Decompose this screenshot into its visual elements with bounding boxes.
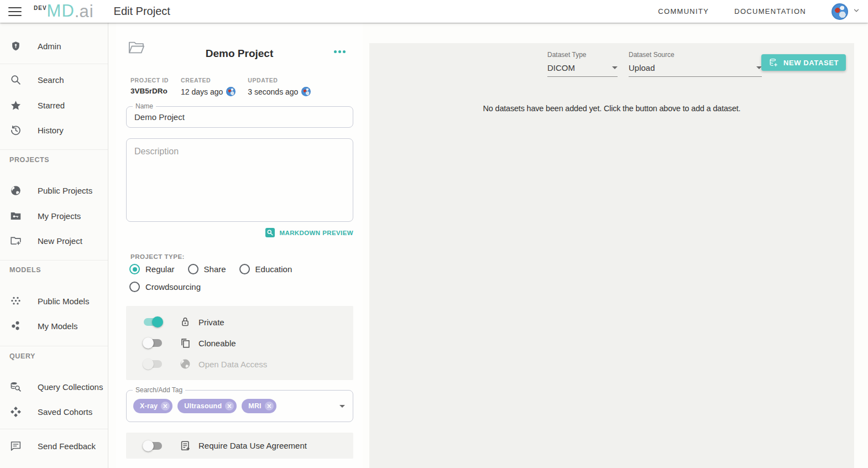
globe-outline-icon <box>179 357 192 371</box>
logo-ai: ai <box>79 3 93 20</box>
new-dataset-button[interactable]: NEW DATASET <box>761 54 846 71</box>
name-input[interactable] <box>127 107 353 127</box>
empty-datasets-message: No datasets have been added yet. Click t… <box>369 104 854 113</box>
radio-icon <box>239 264 250 274</box>
description-input[interactable] <box>127 139 353 221</box>
sidebar-item-new-project[interactable]: New Project <box>0 233 108 248</box>
user-avatar[interactable] <box>832 3 848 20</box>
updated-block: UPDATED 3 seconds ago <box>248 77 311 96</box>
description-field <box>126 138 353 222</box>
remove-tag-icon[interactable] <box>225 402 234 410</box>
tag-xray[interactable]: X-ray <box>133 399 172 413</box>
dropdown-caret-icon <box>612 66 618 69</box>
chevron-down-icon[interactable] <box>853 7 860 17</box>
sidebar-item-my-projects[interactable]: My Projects <box>0 209 108 223</box>
globe-icon <box>9 184 22 196</box>
star-icon <box>9 99 22 111</box>
project-meta: PROJECT ID 3VB5rDRo CREATED 12 days ago … <box>130 77 323 96</box>
radio-regular[interactable]: Regular <box>129 264 175 274</box>
cloneable-toggle-row: Cloneable <box>126 332 353 353</box>
sidebar-divider <box>0 64 108 64</box>
documentation-link[interactable]: DOCUMENTATION <box>734 7 806 15</box>
open-data-access-toggle[interactable] <box>143 360 163 368</box>
folder-plus-icon <box>9 235 22 247</box>
markdown-preview-button[interactable]: MARKDOWN PREVIEW <box>265 228 353 237</box>
database-search-icon <box>9 381 22 393</box>
cloneable-toggle[interactable] <box>143 339 163 347</box>
updater-avatar[interactable] <box>301 87 311 96</box>
radio-education[interactable]: Education <box>239 264 292 274</box>
dataset-source-select: Dataset Source Upload <box>629 51 762 77</box>
creator-avatar[interactable] <box>226 87 236 96</box>
feedback-icon <box>9 440 22 452</box>
sidebar-item-history[interactable]: History <box>0 123 108 137</box>
sidebar: Admin Search Starred History PROJECTS Pu… <box>0 23 108 468</box>
copy-icon <box>179 336 192 350</box>
dua-toggle-row: Require Data Use Agreement <box>126 435 353 456</box>
sidebar-item-my-models[interactable]: My Models <box>0 319 108 333</box>
page-title: Edit Project <box>114 5 170 18</box>
created-block: CREATED 12 days ago <box>181 77 236 96</box>
community-link[interactable]: COMMUNITY <box>658 7 709 15</box>
remove-tag-icon[interactable] <box>265 402 274 410</box>
dots-cluster-icon <box>9 295 22 307</box>
private-toggle[interactable] <box>143 318 163 326</box>
sidebar-item-starred[interactable]: Starred <box>0 98 108 112</box>
shield-key-icon <box>9 40 22 52</box>
sidebar-divider <box>0 429 108 429</box>
radio-icon <box>129 264 140 274</box>
more-options-icon[interactable] <box>334 50 346 53</box>
radio-share[interactable]: Share <box>188 264 226 274</box>
updated-value: 3 seconds ago <box>248 87 298 96</box>
database-add-icon <box>768 58 779 68</box>
sidebar-item-send-feedback[interactable]: Send Feedback <box>0 439 108 453</box>
history-icon <box>9 124 22 136</box>
tag-field[interactable]: Search/Add Tag X-ray Ultrasound MRI <box>126 390 353 422</box>
radio-crowdsourcing[interactable]: Crowdsourcing <box>129 282 201 292</box>
tag-mri[interactable]: MRI <box>242 399 276 413</box>
tag-dropdown-caret-icon[interactable] <box>339 405 345 408</box>
env-label: DEV <box>34 5 47 11</box>
lock-icon <box>179 315 192 329</box>
radio-icon <box>129 282 140 292</box>
sidebar-divider <box>0 346 108 346</box>
document-add-icon <box>179 439 192 453</box>
app-logo[interactable]: DEV MD . ai <box>34 3 94 20</box>
folder-key-icon <box>9 210 22 222</box>
menu-icon[interactable] <box>8 7 22 16</box>
dataset-type-value-row[interactable]: DICOM <box>547 63 618 77</box>
diamonds-icon <box>9 405 22 418</box>
radio-icon <box>188 264 198 274</box>
sidebar-item-query-collections[interactable]: Query Collections <box>0 379 108 394</box>
private-toggle-row: Private <box>126 311 353 332</box>
remove-tag-icon[interactable] <box>161 402 170 410</box>
sidebar-item-public-projects[interactable]: Public Projects <box>0 183 108 197</box>
sidebar-item-settings-partial[interactable] <box>0 462 108 468</box>
dataset-source-value-row[interactable]: Upload <box>629 63 762 77</box>
sidebar-item-public-models[interactable]: Public Models <box>0 294 108 308</box>
open-data-access-toggle-row: Open Data Access <box>126 353 353 375</box>
top-navbar: DEV MD . ai Edit Project COMMUNITY DOCUM… <box>0 0 868 23</box>
name-field-label: Name <box>133 102 156 110</box>
logo-dot: . <box>75 3 80 20</box>
dataset-type-select: Dataset Type DICOM <box>547 51 618 77</box>
edit-project-card: Demo Project PROJECT ID 3VB5rDRo CREATED… <box>116 23 363 468</box>
sidebar-divider <box>0 149 108 150</box>
search-icon <box>9 74 22 86</box>
tag-ultrasound[interactable]: Ultrasound <box>177 399 237 413</box>
dua-toggle[interactable] <box>143 442 163 450</box>
dataset-source-value: Upload <box>629 63 655 72</box>
sidebar-item-search[interactable]: Search <box>0 72 108 87</box>
dua-settings: Require Data Use Agreement <box>126 433 353 459</box>
logo-md: MD <box>47 2 75 19</box>
project-type-label: PROJECT TYPE: <box>130 253 185 260</box>
sidebar-header-query: QUERY <box>9 352 35 360</box>
dataset-type-label: Dataset Type <box>547 51 618 59</box>
shapes-cluster-icon <box>9 320 22 332</box>
sidebar-item-saved-cohorts[interactable]: Saved Cohorts <box>0 404 108 419</box>
sidebar-item-admin[interactable]: Admin <box>0 39 108 53</box>
dataset-type-value: DICOM <box>547 63 575 72</box>
dataset-source-label: Dataset Source <box>629 51 762 59</box>
project-id-value: 3VB5rDRo <box>130 87 169 95</box>
name-field: Name <box>126 106 353 128</box>
